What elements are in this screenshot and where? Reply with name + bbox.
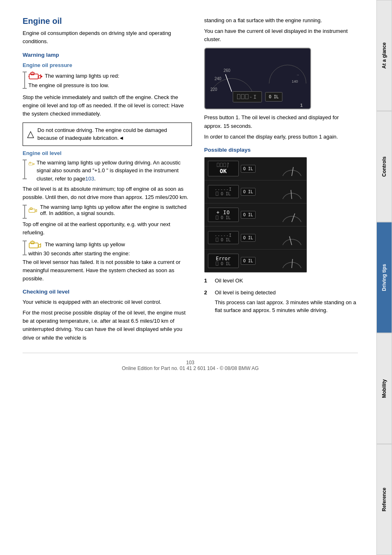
svg-text:‥: ‥ <box>297 72 299 76</box>
num-1-content: Oil level OK <box>215 277 358 285</box>
warning-lamp-heading: Warning lamp <box>23 52 192 58</box>
checking-oil-para1: Your vehicle is equipped with an electro… <box>23 298 192 306</box>
svg-text:240: 240 <box>214 76 221 81</box>
warning-box-text: Do not continue driving. The engine coul… <box>37 126 187 142</box>
svg-point-7 <box>34 164 35 164</box>
oil-pressure-line1: The warning lamp lights up red: <box>45 73 119 79</box>
tab-mobility[interactable]: Mobility <box>376 333 392 444</box>
section-title: Engine oil <box>23 16 192 26</box>
oil-pressure-icon-block: The warning lamp lights up red: The engi… <box>23 71 192 92</box>
display-screen-1: ⎕⎕⎕⨛ OK <box>208 161 239 176</box>
display-row-1: ⎕⎕⎕⨛ OK O IL <box>205 157 307 180</box>
oil-level-line1: The warning lamp lights up yellow during… <box>37 159 192 183</box>
display-oil-2: O IL <box>241 188 256 196</box>
oil-level-icon-block-3: The warning lamp lights up yellow within… <box>23 240 192 257</box>
oil-pressure-line3: Stop the vehicle immediately and switch … <box>23 93 192 118</box>
num-2-detail: This process can last approx. 3 minutes … <box>215 298 358 314</box>
mini-gauge-4 <box>281 229 303 247</box>
svg-point-3 <box>41 76 42 77</box>
mini-gauge-2 <box>281 183 303 201</box>
oil-level-icon-block-1: The warning lamp lights up yellow during… <box>23 159 192 184</box>
display-row-5: Error ⎕ O IL O IL <box>205 250 307 272</box>
footer-text: Online Edition for Part no. 01 41 2 601 … <box>122 365 258 371</box>
oil-level-line3b: Top off engine oil at the earliest oppor… <box>23 220 192 237</box>
numbered-item-2: 2 Oil level is being detected This proce… <box>204 289 358 314</box>
numbered-list: 1 Oil level OK 2 Oil level is being dete… <box>204 277 358 314</box>
displays-panel: ⎕⎕⎕⨛ OK O IL <box>204 157 307 273</box>
oil-level-icon-block-2: The warning lamp lights up yellow after … <box>23 204 192 219</box>
cluster-center-display: ⎕⎕⎕-I O IL <box>233 91 282 102</box>
warning-triangle-icon: △ <box>27 127 34 141</box>
tab-at-a-glance[interactable]: At a glance <box>376 0 392 111</box>
tab-reference[interactable]: Reference <box>376 444 392 555</box>
possible-displays-heading: Possible displays <box>204 147 358 153</box>
svg-line-22 <box>292 213 295 222</box>
numbered-item-1: 1 Oil level OK <box>204 277 358 285</box>
cluster-caption1: Press button 1. The oil level is checked… <box>204 113 358 130</box>
display-screen-3: + IO ⎕ O IL <box>208 208 239 222</box>
num-2: 2 <box>204 289 211 314</box>
num-2-content: Oil level is being detected This process… <box>215 289 358 314</box>
mini-gauge-1 <box>281 160 303 178</box>
display-screen-2: -----I ⎕ O IL <box>208 185 239 198</box>
svg-line-24 <box>292 259 293 268</box>
svg-line-17 <box>225 74 231 92</box>
oil-level-line4b: The oil level sensor has failed. It is n… <box>23 258 192 283</box>
svg-text:220: 220 <box>210 87 217 92</box>
display-oil-4: O IL <box>241 234 256 242</box>
oil-pressure-line2: The engine oil pressure is too low. <box>28 81 119 90</box>
display-row-2: -----I ⎕ O IL O IL <box>205 180 307 204</box>
checking-oil-level-heading: Checking oil level <box>23 289 192 295</box>
display-oil-1: O IL <box>241 165 256 173</box>
checking-oil-para2: For the most precise possible display of… <box>23 309 192 342</box>
instrument-cluster-image: 220 240 260 140 ‥ ⎕⎕⎕-I <box>204 48 311 109</box>
right-col-para-continued: standing on a flat surface with the engi… <box>204 16 358 25</box>
svg-line-21 <box>291 190 292 199</box>
svg-rect-1 <box>31 72 34 75</box>
oil-level-line2: The oil level is at its absolute minimum… <box>23 185 192 201</box>
oil-can-yellow-icon-1 <box>28 159 35 169</box>
tab-driving-tips[interactable]: Driving tips <box>376 222 392 333</box>
display-row-4: -----I ⎕ O IL O IL <box>205 227 307 250</box>
display-oil-5: O IL <box>241 257 256 265</box>
svg-line-20 <box>292 167 293 176</box>
oil-level-line4a-2: within 30 seconds after starting the eng… <box>28 250 130 257</box>
svg-rect-9 <box>30 208 32 210</box>
svg-rect-5 <box>30 162 31 163</box>
speedometer-left: 220 240 260 <box>207 51 256 96</box>
engine-oil-pressure-heading: Engine oil pressure <box>23 62 192 68</box>
svg-text:260: 260 <box>224 68 231 73</box>
svg-line-23 <box>289 236 292 245</box>
num-2-label: Oil level is being detected <box>215 289 276 296</box>
mini-gauge-3 <box>281 206 303 224</box>
cluster-caption2: In order to cancel the display early, pr… <box>204 133 358 141</box>
cluster-button-label: 1 <box>300 103 303 108</box>
right-col-para2: You can have the current oil level displ… <box>204 27 358 44</box>
display-row-3: + IO ⎕ O IL O IL <box>205 204 307 227</box>
engine-oil-level-heading: Engine oil level <box>23 150 192 156</box>
oil-can-yellow-icon-2 <box>28 205 39 215</box>
sidebar: At a glance Controls Driving tips Mobili… <box>376 0 392 555</box>
page-footer: 103 Online Edition for Part no. 01 41 2 … <box>23 353 358 375</box>
page-number: 103 <box>186 360 194 365</box>
warning-box: △ Do not continue driving. The engine co… <box>23 123 192 146</box>
speedometer-right: 140 ‥ <box>267 51 308 88</box>
svg-text:140: 140 <box>292 79 298 83</box>
oil-level-line3a: The warning lamp lights up yellow after … <box>40 204 192 216</box>
display-screen-5: Error ⎕ O IL <box>208 254 239 268</box>
svg-rect-12 <box>31 241 34 244</box>
display-oil-3: O IL <box>241 211 256 219</box>
oil-can-red-icon <box>28 71 43 81</box>
section-intro: Engine oil consumption depends on drivin… <box>23 29 192 45</box>
num-1: 1 <box>204 277 211 285</box>
mini-gauge-5 <box>281 252 303 270</box>
display-screen-4: -----I ⎕ O IL <box>208 231 239 244</box>
tab-controls[interactable]: Controls <box>376 111 392 222</box>
oil-level-line4a-inline: The warning lamp lights up yellow <box>45 241 125 247</box>
oil-can-yellow-icon-3 <box>28 240 43 250</box>
